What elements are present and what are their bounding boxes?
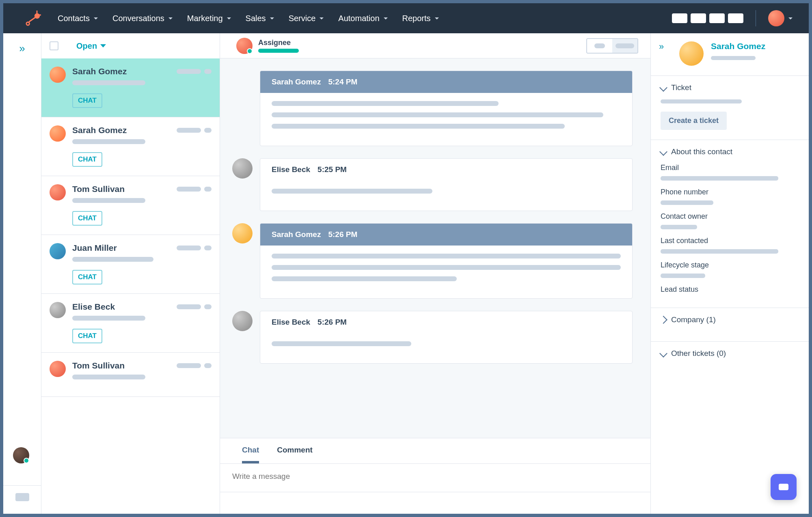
avatar: [50, 125, 66, 142]
conversation-name: Juan Miller: [72, 243, 117, 253]
message-from: Elise Beck: [272, 318, 310, 327]
rail-bottom-chip[interactable]: [15, 493, 29, 501]
create-ticket-button[interactable]: Create a ticket: [661, 112, 727, 130]
conversation-item[interactable]: Tom Sullivan: [41, 353, 220, 397]
expand-details-icon[interactable]: »: [659, 41, 664, 52]
hubspot-logo[interactable]: [25, 10, 41, 26]
conversation-item[interactable]: Juan Miller CHAT: [41, 235, 220, 294]
avatar: [50, 184, 66, 200]
conversation-item[interactable]: Sarah Gomez CHAT: [41, 117, 220, 176]
select-all-checkbox[interactable]: [50, 41, 58, 50]
nav-divider: [756, 10, 756, 26]
section-toggle-other-tickets[interactable]: Other tickets (0): [661, 349, 799, 358]
account-avatar[interactable]: [768, 10, 784, 26]
chat-fab[interactable]: [771, 474, 797, 500]
composer-tab-chat[interactable]: Chat: [242, 446, 259, 463]
message-from: Sarah Gomez: [272, 78, 321, 86]
top-navbar: Contacts Conversations Marketing Sales S…: [3, 3, 809, 33]
section-toggle-about[interactable]: About this contact: [661, 147, 799, 156]
field-label: Contact owner: [661, 212, 799, 221]
chevron-down-icon[interactable]: [788, 17, 793, 19]
chevron-right-icon: [659, 316, 667, 324]
conversation-item[interactable]: Elise Beck CHAT: [41, 294, 220, 353]
chat-badge: CHAT: [72, 329, 102, 343]
chat-icon: [779, 484, 788, 490]
message-time: 5:25 PM: [317, 165, 347, 174]
conversation-item[interactable]: Sarah Gomez CHAT: [41, 58, 220, 117]
assignee-label: Assignee: [258, 39, 299, 47]
nav-contacts[interactable]: Contacts: [58, 14, 98, 23]
avatar: [232, 223, 253, 243]
avatar: [232, 158, 253, 179]
nav-automation[interactable]: Automation: [338, 14, 387, 23]
avatar: [50, 243, 66, 259]
chat-badge: CHAT: [72, 270, 102, 284]
section-toggle-ticket[interactable]: Ticket: [661, 83, 799, 92]
left-rail: »: [3, 33, 41, 514]
conversation-name: Sarah Gomez: [72, 125, 127, 135]
nav-reports[interactable]: Reports: [402, 14, 439, 23]
message-time: 5:26 PM: [328, 230, 357, 239]
contact-name[interactable]: Sarah Gomez: [711, 41, 799, 51]
thread-view-toggle[interactable]: [586, 38, 638, 54]
chevron-down-icon: [659, 349, 667, 358]
message-bubble: Sarah Gomez5:26 PM: [260, 223, 633, 299]
message-input[interactable]: [232, 472, 638, 481]
conversation-item[interactable]: Tom Sullivan CHAT: [41, 176, 220, 235]
conversation-name: Tom Sullivan: [72, 361, 125, 371]
nav-utility-4[interactable]: [728, 13, 743, 23]
field-label: Lead status: [661, 285, 799, 294]
message-bubble: Elise Beck5:25 PM: [260, 158, 633, 211]
svg-rect-2: [38, 15, 41, 16]
svg-point-4: [26, 22, 30, 26]
field-label: Email: [661, 164, 799, 172]
nav-utility-buttons: [672, 13, 743, 23]
nav-utility-1[interactable]: [672, 13, 687, 23]
field-label: Phone number: [661, 188, 799, 196]
status-online-icon: [247, 48, 253, 54]
chevron-down-icon: [384, 17, 388, 19]
avatar: [50, 67, 66, 83]
svg-rect-3: [29, 17, 37, 22]
chat-badge: CHAT: [72, 211, 102, 226]
message-from: Elise Beck: [272, 165, 310, 174]
avatar: [232, 311, 253, 331]
nav-marketing[interactable]: Marketing: [187, 14, 231, 23]
nav-service[interactable]: Service: [289, 14, 324, 23]
conversation-list: Open Sarah Gomez CHAT: [41, 33, 220, 514]
filter-open-dropdown[interactable]: Open: [76, 41, 106, 51]
avatar: [50, 361, 66, 377]
chevron-down-icon: [270, 17, 274, 19]
chat-badge: CHAT: [72, 152, 102, 167]
message-from: Sarah Gomez: [272, 230, 321, 239]
conversation-name: Tom Sullivan: [72, 184, 125, 194]
nav-utility-3[interactable]: [709, 13, 725, 23]
nav-conversations[interactable]: Conversations: [112, 14, 173, 23]
field-label: Lifecycle stage: [661, 261, 799, 269]
details-panel: » Sarah Gomez Ticket Create a ticket: [650, 33, 809, 514]
chevron-down-icon: [659, 148, 667, 156]
avatar: [50, 302, 66, 318]
chevron-down-icon: [227, 17, 231, 19]
chevron-down-icon: [320, 17, 324, 19]
message-bubble: Elise Beck5:26 PM: [260, 311, 633, 364]
assignee-value-skeleton: [258, 49, 299, 53]
chevron-down-icon: [435, 17, 439, 19]
thread-panel: Assignee Sarah Gomez5:24 PM: [220, 33, 650, 514]
section-toggle-company[interactable]: Company (1): [661, 315, 799, 324]
status-online-icon: [24, 458, 29, 463]
message-time: 5:26 PM: [317, 318, 347, 327]
field-label: Last contacted: [661, 237, 799, 245]
message-bubble: Sarah Gomez5:24 PM: [260, 71, 633, 146]
chevron-down-icon: [659, 84, 667, 92]
chevron-down-icon: [100, 44, 106, 47]
expand-rail-icon[interactable]: »: [19, 42, 25, 55]
nav-sales[interactable]: Sales: [246, 14, 274, 23]
nav-utility-2[interactable]: [691, 13, 706, 23]
chevron-down-icon: [94, 17, 98, 19]
conversation-name: Sarah Gomez: [72, 67, 127, 76]
composer-tab-comment[interactable]: Comment: [277, 446, 313, 463]
conversation-name: Elise Beck: [72, 302, 115, 312]
chevron-down-icon: [168, 17, 173, 19]
contact-avatar[interactable]: [679, 41, 704, 66]
